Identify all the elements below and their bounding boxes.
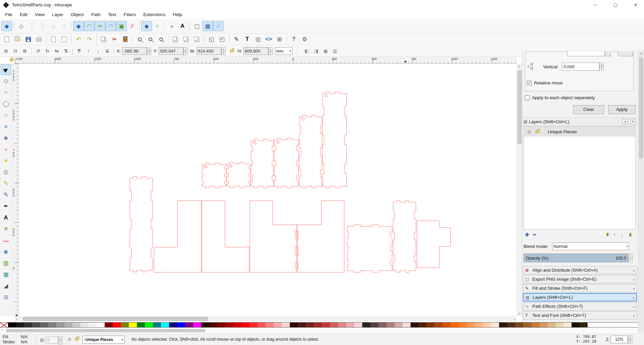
palette-swatch[interactable] <box>48 323 56 328</box>
clone-icon[interactable] <box>181 34 192 44</box>
palette-swatch[interactable] <box>443 323 451 328</box>
menu-view[interactable]: View <box>31 11 48 18</box>
affect-pattern-icon[interactable]: ▥ <box>330 47 340 55</box>
palette-swatch[interactable] <box>580 323 588 328</box>
new-document-icon[interactable] <box>1 34 12 44</box>
calligraphy-tool-icon[interactable]: ✒ <box>1 201 11 212</box>
palette-swatch[interactable] <box>113 323 121 328</box>
palette-swatch[interactable] <box>97 323 105 328</box>
zoom-page-icon[interactable] <box>156 34 166 44</box>
star-tool-icon[interactable]: ★ <box>1 155 11 166</box>
flip-horizontal-icon[interactable]: ⇆ <box>52 47 61 55</box>
gradient-icon[interactable]: ▥ <box>253 34 263 44</box>
lower-icon[interactable]: ↓ <box>93 47 103 55</box>
selector-tool-icon[interactable]: ▶ <box>1 64 11 75</box>
menu-filters[interactable]: Filters <box>120 11 140 18</box>
close-button[interactable]: ✕ <box>628 0 643 10</box>
palette-swatch[interactable] <box>411 323 419 328</box>
snap-line-midpoints-icon[interactable]: ✗ <box>127 21 138 31</box>
layer-to-bottom-button[interactable]: ⇟ <box>628 232 633 238</box>
layer-lower-button[interactable]: ↓ <box>621 232 624 237</box>
menu-extensions[interactable]: Extensions <box>140 11 169 18</box>
menu-help[interactable]: Help <box>169 11 186 18</box>
palette-swatch[interactable] <box>105 323 113 328</box>
palette-swatch[interactable] <box>451 323 459 328</box>
lock-ratio-icon[interactable] <box>230 50 233 52</box>
drawing-piece[interactable] <box>250 201 297 272</box>
pencil-tool-icon[interactable]: ✎ <box>1 178 11 189</box>
palette-swatch[interactable] <box>80 323 89 328</box>
ellipse-tool-icon[interactable]: ● <box>1 144 11 155</box>
palette-swatch[interactable] <box>258 323 266 328</box>
drawing-canvas[interactable] <box>18 64 517 316</box>
dock-bar-align[interactable]: ⊞Align and Distribute (Shift+Ctrl+A)▴ <box>523 266 637 274</box>
no-color-swatch[interactable] <box>0 323 8 328</box>
snap-bbox-midpoints-icon[interactable]: ◇ <box>48 21 59 31</box>
palette-swatch[interactable] <box>555 323 564 328</box>
drawing-piece[interactable] <box>154 201 201 272</box>
guide-lock-icon[interactable] <box>10 59 13 61</box>
palette-swatch[interactable] <box>515 323 523 328</box>
snap-intersections-icon[interactable]: ✂ <box>95 21 105 31</box>
raise-icon[interactable]: ↑ <box>84 47 93 55</box>
snap-page-border-icon[interactable]: ▢ <box>192 21 202 31</box>
ungroup-icon[interactable]: ◰ <box>217 34 227 44</box>
snap-others-icon[interactable]: ◆ <box>141 21 152 31</box>
copy-icon[interactable] <box>98 34 109 44</box>
snap-text-baseline-icon[interactable]: A <box>177 21 188 31</box>
palette-swatch[interactable] <box>185 323 193 328</box>
affect-gradient-icon[interactable]: ▣ <box>321 47 330 55</box>
minimize-button[interactable]: ─ <box>588 0 603 10</box>
palette-swatch[interactable] <box>362 323 370 328</box>
palette-swatch[interactable] <box>40 323 48 328</box>
paste-icon[interactable] <box>120 34 130 44</box>
palette-swatch[interactable] <box>354 323 362 328</box>
y-spinner[interactable]: ▲▼ <box>183 47 188 55</box>
dropper-tool-icon[interactable]: ◢ <box>1 280 11 291</box>
fill-value[interactable]: N/A <box>21 335 28 339</box>
palette-swatch[interactable] <box>16 323 24 328</box>
xml-editor-icon[interactable]: <> <box>263 34 274 44</box>
import-icon[interactable] <box>48 34 59 44</box>
palette-swatch[interactable] <box>427 323 435 328</box>
fill-stroke-dialog-icon[interactable]: ✎ <box>231 34 242 44</box>
palette-swatch[interactable] <box>507 323 515 328</box>
palette-swatch[interactable] <box>394 323 402 328</box>
cut-icon[interactable]: ✂ <box>109 34 120 44</box>
snap-rotation-center-icon[interactable]: ○ <box>152 21 163 31</box>
palette-swatch[interactable] <box>531 323 539 328</box>
vertical-spinner[interactable]: ▲▼ <box>599 63 604 71</box>
palette-swatch[interactable] <box>386 323 394 328</box>
w-field[interactable]: W: 914.400 ▲▼ <box>190 47 226 55</box>
scrollbar-thumb[interactable] <box>23 317 208 321</box>
affect-corners-icon[interactable]: ◨ <box>312 47 321 55</box>
zoom-input[interactable]: 12% <box>610 336 628 343</box>
drawing-piece[interactable] <box>130 177 153 272</box>
layer-row[interactable]: ⊙ Unique Pieces <box>524 127 635 137</box>
palette-swatch[interactable] <box>539 323 547 328</box>
drawing-piece[interactable] <box>251 139 274 188</box>
palette-swatch[interactable] <box>483 323 491 328</box>
lock-open-icon[interactable] <box>536 130 539 133</box>
opacity-input[interactable]: 0 <box>46 337 58 344</box>
zoom-tool-icon[interactable]: ◯ <box>1 98 11 109</box>
y-input[interactable]: 500.847 <box>159 47 183 55</box>
palette-swatch[interactable] <box>233 323 241 328</box>
drawing-piece[interactable] <box>299 115 322 188</box>
x-field[interactable]: X: -565.98 ▲▼ <box>117 47 151 55</box>
palette-swatch[interactable] <box>419 323 427 328</box>
current-layer-select[interactable]: · Unique Pieces ▾ <box>83 336 125 344</box>
remove-layer-button[interactable]: ━ <box>533 232 536 238</box>
palette-swatch[interactable] <box>459 323 467 328</box>
palette-swatch[interactable] <box>435 323 443 328</box>
palette-swatch[interactable] <box>177 323 185 328</box>
pen-tool-icon[interactable]: ✎ <box>1 189 11 200</box>
snap-smooth-nodes-icon[interactable]: ▣ <box>116 21 127 31</box>
lower-to-bottom-icon[interactable]: ⇊ <box>103 47 112 55</box>
palette-swatch[interactable] <box>322 323 330 328</box>
dock-close-button[interactable]: ✕ <box>630 119 636 124</box>
horizontal-spinner-partial[interactable] <box>605 52 611 56</box>
dock-collapse-button[interactable]: ◂ <box>622 119 628 124</box>
spray-tool-icon[interactable]: ✳ <box>1 223 11 234</box>
add-layer-button[interactable]: ✚ <box>525 232 529 238</box>
